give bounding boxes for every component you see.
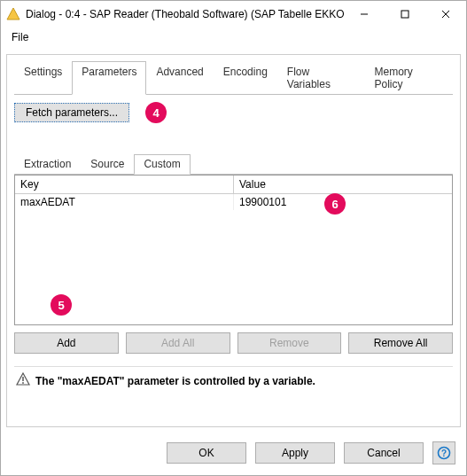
dialog-button-row: OK Apply Cancel ? bbox=[1, 433, 466, 475]
tab-encoding[interactable]: Encoding bbox=[214, 61, 277, 95]
add-button[interactable]: Add bbox=[14, 332, 119, 354]
top-tabs: Settings Parameters Advanced Encoding Fl… bbox=[14, 60, 453, 95]
table-row[interactable]: maxAEDAT 19900101 bbox=[15, 194, 452, 210]
annotation-marker-4: 4 bbox=[145, 102, 167, 123]
info-text: The "maxAEDAT" parameter is controlled b… bbox=[35, 375, 315, 387]
info-bar: The "maxAEDAT" parameter is controlled b… bbox=[14, 366, 453, 389]
parameters-table: Key Value maxAEDAT 19900101 6 5 bbox=[14, 175, 453, 325]
tab-advanced[interactable]: Advanced bbox=[146, 61, 213, 95]
svg-marker-0 bbox=[7, 8, 19, 20]
fetch-parameters-button[interactable]: Fetch parameters... bbox=[14, 103, 129, 122]
remove-button[interactable]: Remove bbox=[237, 332, 342, 354]
parameters-tab-body: Fetch parameters... 4 Extraction Source … bbox=[14, 95, 453, 419]
help-button[interactable]: ? bbox=[432, 441, 455, 464]
menu-bar: File bbox=[1, 27, 466, 49]
dialog-window: Dialog - 0:4 - SAP Reader (Theobald Soft… bbox=[0, 0, 467, 476]
tab-memory-policy[interactable]: Memory Policy bbox=[364, 61, 453, 95]
subtab-custom[interactable]: Custom bbox=[134, 154, 190, 175]
title-bar: Dialog - 0:4 - SAP Reader (Theobald Soft… bbox=[1, 1, 466, 27]
subtab-extraction[interactable]: Extraction bbox=[14, 154, 81, 175]
cancel-button[interactable]: Cancel bbox=[344, 442, 424, 464]
warning-icon bbox=[16, 372, 30, 389]
svg-text:?: ? bbox=[441, 449, 447, 458]
cell-key[interactable]: maxAEDAT bbox=[15, 194, 234, 210]
menu-file[interactable]: File bbox=[8, 29, 32, 45]
subtab-source[interactable]: Source bbox=[81, 154, 134, 175]
cell-value[interactable]: 19900101 bbox=[234, 194, 452, 210]
sub-tabs: Extraction Source Custom bbox=[14, 153, 453, 175]
window-controls bbox=[344, 1, 466, 27]
add-all-button[interactable]: Add All bbox=[126, 332, 230, 354]
table-header-row: Key Value bbox=[15, 176, 452, 194]
minimize-button[interactable] bbox=[344, 1, 385, 27]
tab-settings[interactable]: Settings bbox=[14, 61, 72, 95]
app-icon bbox=[6, 7, 20, 21]
ok-button[interactable]: OK bbox=[167, 442, 246, 464]
tab-flow-variables[interactable]: Flow Variables bbox=[277, 61, 365, 95]
svg-rect-2 bbox=[401, 11, 409, 18]
remove-all-button[interactable]: Remove All bbox=[348, 332, 453, 354]
tab-parameters[interactable]: Parameters bbox=[72, 61, 146, 95]
column-header-value[interactable]: Value bbox=[234, 176, 452, 194]
apply-button[interactable]: Apply bbox=[255, 442, 335, 464]
svg-point-7 bbox=[22, 382, 24, 384]
main-panel: Settings Parameters Advanced Encoding Fl… bbox=[6, 54, 461, 427]
param-button-row: Add Add All Remove Remove All bbox=[14, 332, 453, 354]
maximize-button[interactable] bbox=[385, 1, 425, 27]
annotation-marker-5: 5 bbox=[51, 294, 72, 316]
column-header-key[interactable]: Key bbox=[15, 176, 234, 194]
window-title: Dialog - 0:4 - SAP Reader (Theobald Soft… bbox=[26, 8, 344, 20]
close-button[interactable] bbox=[425, 1, 466, 27]
